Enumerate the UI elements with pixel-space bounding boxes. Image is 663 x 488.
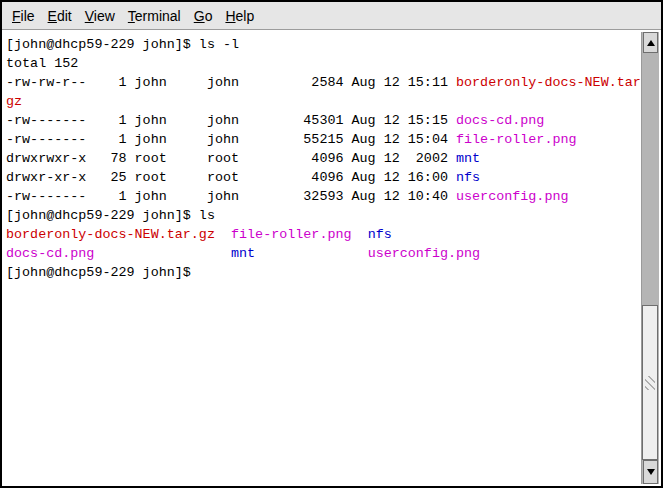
text-segment: [john@dhcp59-229 john]$ (6, 265, 199, 280)
scrollbar-thumb[interactable] (642, 305, 658, 460)
terminal-output: [john@dhcp59-229 john]$ ls -ltotal 152-r… (6, 35, 641, 282)
terminal-line: [john@dhcp59-229 john]$ ls -l (6, 35, 641, 54)
text-segment (255, 246, 368, 261)
text-segment: borderonly-docs-NEW.tar.gz (6, 227, 215, 242)
terminal-content-area: [john@dhcp59-229 john]$ ls -ltotal 152-r… (4, 32, 659, 484)
menu-item-help[interactable]: Help (225, 8, 254, 24)
text-segment (215, 227, 231, 242)
text-segment: mnt (456, 151, 480, 166)
scroll-down-button[interactable] (643, 460, 658, 484)
text-segment: drwxrwxr-x 78 root root 4096 Aug 12 2002 (6, 151, 456, 166)
text-segment: drwxr-xr-x 25 root root 4096 Aug 12 16:0… (6, 170, 456, 185)
text-segment: file-roller.png (231, 227, 352, 242)
terminal-line: borderonly-docs-NEW.tar.gz file-roller.p… (6, 225, 641, 244)
text-segment: file-roller.png (456, 132, 577, 147)
menu-bar: File Edit View Terminal Go Help (2, 2, 661, 30)
menu-item-file[interactable]: File (12, 8, 35, 24)
scrollbar-grip-icon (645, 376, 655, 390)
text-segment: [john@dhcp59-229 john]$ ls -l (6, 37, 239, 52)
text-segment: userconfig.png (456, 189, 569, 204)
scroll-up-icon (647, 40, 655, 46)
terminal-line: -rw------- 1 john john 45301 Aug 12 15:1… (6, 111, 641, 130)
terminal-line: drwxrwxr-x 78 root root 4096 Aug 12 2002… (6, 149, 641, 168)
terminal-line: -rw------- 1 john john 55215 Aug 12 15:0… (6, 130, 641, 149)
text-segment: userconfig.png (368, 246, 481, 261)
text-segment: -rw------- 1 john john 55215 Aug 12 15:0… (6, 132, 456, 147)
text-segment (352, 227, 368, 242)
terminal-line: total 152 (6, 54, 641, 73)
scroll-down-icon (647, 469, 655, 475)
terminal-line: -rw-rw-r-- 1 john john 2584 Aug 12 15:11… (6, 73, 641, 92)
text-segment: docs-cd.png (6, 246, 94, 261)
terminal-window: File Edit View Terminal Go Help [john@dh… (0, 0, 663, 488)
menu-item-go[interactable]: Go (194, 8, 213, 24)
text-segment: borderonly-docs-NEW.tar. (456, 75, 641, 90)
terminal-screen[interactable]: [john@dhcp59-229 john]$ ls -ltotal 152-r… (4, 32, 641, 484)
terminal-line: -rw------- 1 john john 32593 Aug 12 10:4… (6, 187, 641, 206)
menu-item-edit[interactable]: Edit (48, 8, 72, 24)
text-segment: [john@dhcp59-229 john]$ ls (6, 208, 215, 223)
text-segment: total 152 (6, 56, 78, 71)
terminal-line: [john@dhcp59-229 john]$ (6, 263, 641, 282)
text-segment: docs-cd.png (456, 113, 544, 128)
terminal-line: drwxr-xr-x 25 root root 4096 Aug 12 16:0… (6, 168, 641, 187)
text-segment: gz (6, 94, 22, 109)
text-segment: -rw-rw-r-- 1 john john 2584 Aug 12 15:11 (6, 75, 456, 90)
text-segment (94, 246, 231, 261)
menu-item-terminal[interactable]: Terminal (128, 8, 181, 24)
scroll-up-button[interactable] (643, 32, 658, 53)
terminal-line: docs-cd.png mnt userconfig.png (6, 244, 641, 263)
scrollbar[interactable] (641, 32, 659, 484)
text-segment: -rw------- 1 john john 45301 Aug 12 15:1… (6, 113, 456, 128)
text-segment: mnt (231, 246, 255, 261)
terminal-line: [john@dhcp59-229 john]$ ls (6, 206, 641, 225)
terminal-line: gz (6, 92, 641, 111)
text-segment: -rw------- 1 john john 32593 Aug 12 10:4… (6, 189, 456, 204)
text-segment: nfs (456, 170, 480, 185)
menu-item-view[interactable]: View (85, 8, 115, 24)
text-segment: nfs (368, 227, 392, 242)
